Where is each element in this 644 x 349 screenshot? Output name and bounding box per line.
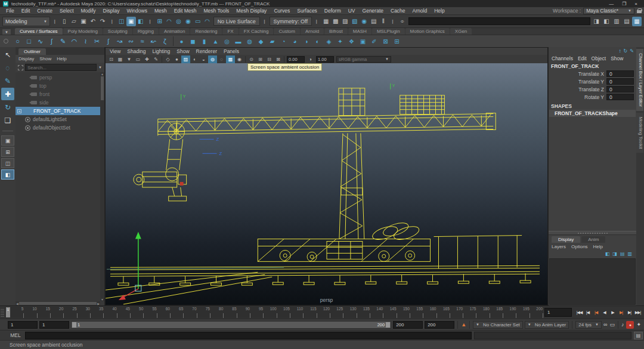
outliner-search-input[interactable] (25, 64, 97, 71)
toggle-attribute-editor-icon[interactable]: ◨ (592, 17, 601, 26)
sidebar-vertical-tab[interactable]: Channel Box / Layer Editor (636, 49, 643, 111)
menu-item[interactable]: File (2, 8, 18, 14)
character-set-key-icon[interactable]: ▲ (461, 322, 466, 328)
expand-icon[interactable]: + (17, 109, 21, 113)
sidebar-vertical-tab[interactable]: Modeling Toolkit (636, 113, 643, 153)
range-slider-bar[interactable]: 1 200 (71, 321, 391, 329)
motion-blur-icon[interactable]: ◌ (217, 55, 226, 63)
menu-item[interactable]: Curves (270, 8, 293, 14)
platonic-solid-icon[interactable]: ◈ (323, 36, 335, 47)
channel-stats-icon[interactable]: ↕ (619, 48, 621, 54)
filter-icon[interactable] (18, 65, 23, 70)
group-separator[interactable]: ❙ (261, 19, 268, 24)
use-all-lights-icon[interactable]: ◐ (190, 55, 199, 63)
shelf-tab[interactable]: Bifrost (324, 28, 348, 35)
current-time-marker[interactable]: 1 (6, 307, 10, 317)
animation-start-field[interactable]: 1 (8, 321, 38, 329)
menu-item[interactable]: Edit Mesh (171, 8, 200, 14)
viewport-menu-item[interactable]: Show (177, 48, 189, 54)
film-gate-icon[interactable]: ⊟ (265, 55, 274, 63)
menu-item[interactable]: Edit (18, 8, 34, 14)
outliner-item[interactable]: + FRONT_OF_TRACK (16, 107, 104, 115)
channel-speed-icon[interactable]: ↻ (624, 48, 628, 54)
playback-loop-icon[interactable]: ∞ (603, 322, 607, 328)
symmetry-select[interactable]: Symmetry: Off (270, 17, 312, 26)
outliner-horizontal-scrollbar[interactable]: ◀▶ (16, 301, 100, 305)
step-back-frame-button[interactable]: |◀ (584, 308, 592, 317)
sculpt-tool-icon[interactable]: ✐ (369, 36, 380, 47)
group-separator[interactable]: ❙ (51, 19, 58, 24)
poly-prism-icon[interactable]: ▰ (267, 36, 278, 47)
group-separator[interactable]: ❙ (109, 19, 116, 24)
outliner-menu-item[interactable]: Display (18, 56, 34, 61)
lock-icon[interactable] (637, 8, 642, 13)
paint-select-tool-icon[interactable]: ✎ (1, 75, 14, 87)
animation-end-field[interactable]: 200 (425, 321, 454, 329)
layer-editor-menu-item[interactable]: Options (571, 244, 588, 249)
snap-to-projected-center-icon[interactable]: ◉ (184, 17, 193, 26)
rotate-tool-icon[interactable]: ↻ (1, 101, 14, 113)
arc-tool-icon[interactable]: ◠ (69, 36, 80, 47)
bookmark-icon[interactable]: ▼ (125, 55, 134, 63)
shelf-menu-button[interactable]: ▼ (2, 29, 11, 35)
layer-list[interactable] (549, 258, 636, 305)
menu-item[interactable]: Generate (359, 8, 387, 14)
sidebar-visible-toggle-icon[interactable]: ▦ (632, 17, 642, 26)
poly-pipe-icon[interactable]: ◔ (278, 36, 289, 47)
move-layer-down-icon[interactable]: ◨ (612, 251, 617, 257)
snap-to-grids-icon[interactable]: ⊞ (155, 17, 165, 26)
offset-curve-icon[interactable]: ∾ (125, 36, 137, 47)
open-render-view-icon[interactable]: ▦ (321, 17, 331, 26)
select-tool-icon[interactable]: ↖ (1, 48, 14, 61)
menu-item[interactable]: Display (100, 8, 123, 14)
menu-item[interactable]: Surfaces (293, 8, 321, 14)
toggle-modeling-toolkit-icon[interactable]: ▤ (622, 17, 631, 26)
poly-cylinder-icon[interactable]: ▮ (199, 36, 210, 47)
insert-knot-icon[interactable]: ∫ (103, 36, 114, 47)
image-plane-icon[interactable]: ▭ (134, 55, 143, 63)
pause-viewport-icon[interactable]: ‖ (379, 17, 388, 26)
minimize-button[interactable]: — (609, 1, 614, 7)
no-live-surface-button[interactable]: No Live Surface (213, 17, 260, 26)
range-end-handle[interactable] (386, 322, 390, 328)
resolution-gate-icon[interactable]: ⊞ (256, 55, 265, 63)
timeline-ruler[interactable]: 1 51015202530354045505560657075808590951… (5, 307, 543, 318)
layer-editor-menu-item[interactable]: Layers (552, 244, 566, 249)
textured-icon[interactable]: ▨ (181, 55, 190, 63)
step-back-key-button[interactable]: |◀ (592, 308, 600, 317)
shadows-icon[interactable]: ◒ (199, 55, 208, 63)
select-hierarchy-icon[interactable]: ◫ (117, 17, 126, 26)
playback-end-field[interactable]: 200 (393, 321, 423, 329)
channel-label[interactable]: Rotate Y (584, 94, 604, 100)
screen-space-ao-icon[interactable]: ◍ (208, 55, 217, 63)
playback-start-field[interactable]: 1 (39, 321, 69, 329)
menu-item[interactable]: Windows (123, 8, 150, 14)
outliner-item[interactable]: + front (16, 90, 104, 98)
shelf-tab[interactable]: XGen (450, 28, 472, 35)
shelf-tab[interactable]: Rendering (190, 28, 222, 35)
ultra-shape-icon[interactable]: ▣ (357, 36, 369, 47)
texture-baking-icon[interactable]: ◉ (360, 17, 369, 26)
outliner-item[interactable]: + persp (16, 73, 104, 82)
channel-value-field[interactable]: 0 (606, 94, 634, 100)
snap-to-points-icon[interactable]: ◎ (174, 17, 184, 26)
outliner-tab[interactable]: Outliner (18, 48, 46, 55)
view-transform-select[interactable]: sRGB gamma▼ (336, 56, 391, 63)
outliner-item[interactable]: + defaultObjectSet (16, 123, 104, 132)
gate-mask-icon[interactable]: ⊠ (274, 55, 283, 63)
selected-node-name[interactable]: FRONT_OF_TRACK (549, 62, 636, 70)
channel-label[interactable]: Translate Y (578, 79, 604, 85)
toggle-tool-settings-icon[interactable]: ◧ (602, 17, 611, 26)
channel-box-menu-item[interactable]: Edit (578, 55, 587, 61)
outliner-menu-item[interactable]: Help (57, 56, 66, 61)
nurbs-square-icon[interactable]: □ (23, 36, 35, 47)
poly-soccer-ball-icon[interactable]: ◐ (312, 36, 323, 47)
poly-gear-icon[interactable]: ◑ (301, 36, 312, 47)
current-frame-field[interactable]: 1 (544, 308, 572, 317)
render-current-frame-icon[interactable]: ▩ (331, 17, 340, 26)
poly-helix-icon[interactable]: ◕ (289, 36, 301, 47)
move-tool-icon[interactable]: ✚ (1, 88, 14, 100)
layout-two-pane-button[interactable]: ◫ (1, 158, 14, 168)
shelf-tab[interactable]: FX Caching (239, 28, 274, 35)
poly-pyramid-icon[interactable]: ◆ (255, 36, 267, 47)
